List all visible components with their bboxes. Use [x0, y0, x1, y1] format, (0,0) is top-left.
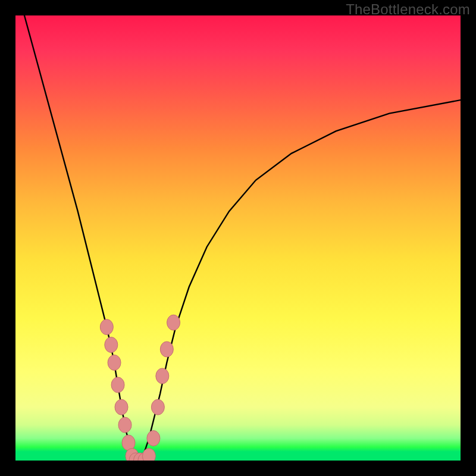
- data-marker: [151, 399, 164, 415]
- data-marker: [160, 342, 173, 357]
- data-marker: [115, 399, 128, 415]
- data-marker: [142, 449, 155, 461]
- data-marker: [118, 417, 131, 433]
- data-marker: [100, 320, 113, 335]
- marker-group: [100, 315, 180, 461]
- data-marker: [147, 431, 160, 446]
- data-marker: [111, 377, 124, 393]
- data-marker: [167, 315, 180, 330]
- watermark-text: TheBottleneck.com: [346, 1, 470, 18]
- plot-area: [15, 15, 461, 461]
- marker-layer: [15, 15, 461, 461]
- data-marker: [156, 368, 169, 384]
- data-marker: [108, 355, 121, 370]
- data-marker: [105, 337, 118, 353]
- chart-frame: TheBottleneck.com: [0, 0, 476, 476]
